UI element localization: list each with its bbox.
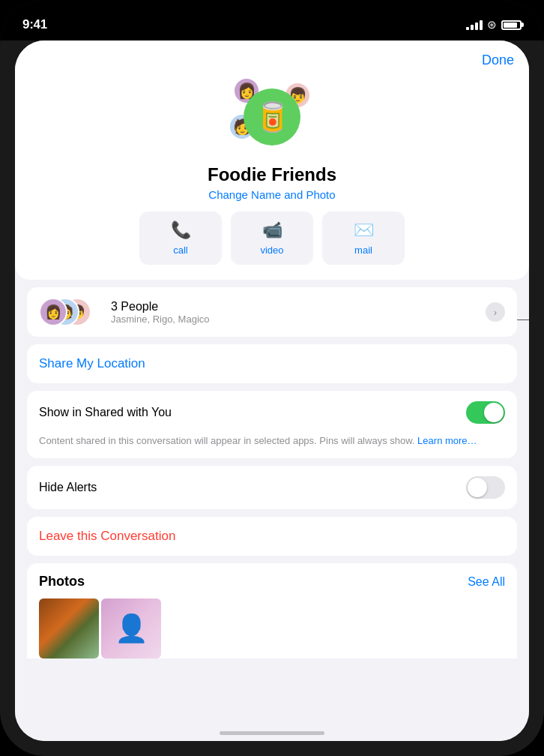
photos-title: Photos xyxy=(39,574,85,590)
content: Done 👩 🧑 👦 xyxy=(15,40,529,741)
call-label: call xyxy=(173,244,188,256)
change-name-button[interactable]: Change Name and Photo xyxy=(208,188,335,201)
top-section: Done 👩 🧑 👦 xyxy=(15,40,529,280)
annotation-container: Tilføj eller fjernpersoner. xyxy=(517,304,529,335)
shared-description: Content shared in this conversation will… xyxy=(27,434,517,458)
chevron-right-icon: › xyxy=(494,307,497,318)
phone-frame: 9:41 ⊛ Done xyxy=(0,0,544,756)
action-buttons-row: 📞 call 📹 video ✉️ mail xyxy=(30,212,514,265)
photo-thumb-2[interactable]: 👤 xyxy=(101,598,161,658)
show-in-shared-row: Show in Shared with You xyxy=(27,391,517,434)
video-button[interactable]: 📹 video xyxy=(231,212,313,265)
people-avatar-1: 👩 xyxy=(39,298,67,326)
call-icon: 📞 xyxy=(171,220,191,240)
photo-thumb-1[interactable] xyxy=(39,598,99,658)
group-avatar-area: 👩 🧑 👦 🥫 Foodie Friends xyxy=(30,76,514,201)
annotation-line xyxy=(517,320,529,320)
people-info: 3 People Jasmine, Rigo, Magico xyxy=(111,300,477,325)
home-indicator xyxy=(220,731,324,735)
leave-conversation-card[interactable]: Leave this Conversation xyxy=(27,517,517,556)
share-location-card[interactable]: Share My Location xyxy=(27,344,517,383)
show-in-shared-label: Show in Shared with You xyxy=(39,406,172,419)
group-name: Foodie Friends xyxy=(208,164,336,185)
avatar-cluster: 👩 🧑 👦 🥫 xyxy=(227,76,317,158)
status-bar: 9:41 ⊛ xyxy=(0,0,544,40)
photos-header: Photos See All xyxy=(39,574,505,590)
call-button[interactable]: 📞 call xyxy=(139,212,222,265)
hide-alerts-row: Hide Alerts xyxy=(27,466,517,509)
mail-button[interactable]: ✉️ mail xyxy=(322,212,405,265)
people-row[interactable]: 👩 🧑 👦 3 People Jasmine, Rigo, Magico › xyxy=(27,287,517,337)
shared-with-you-card: Show in Shared with You Content shared i… xyxy=(27,391,517,458)
group-avatar-main: 🥫 xyxy=(244,88,300,146)
photos-grid: 👤 xyxy=(39,598,505,658)
mail-icon: ✉️ xyxy=(354,220,374,240)
people-section-wrapper: 👩 🧑 👦 3 People Jasmine, Rigo, Magico › xyxy=(15,287,529,337)
status-icons: ⊛ xyxy=(466,18,522,32)
people-avatars: 👩 🧑 👦 xyxy=(39,298,91,326)
mail-label: mail xyxy=(354,244,372,256)
learn-more-link[interactable]: Learn more… xyxy=(417,435,477,446)
video-label: video xyxy=(260,244,283,256)
wifi-icon: ⊛ xyxy=(487,18,497,32)
people-card: 👩 🧑 👦 3 People Jasmine, Rigo, Magico › xyxy=(27,287,517,337)
signal-icon xyxy=(466,20,483,30)
hide-alerts-card: Hide Alerts xyxy=(27,466,517,509)
see-all-link[interactable]: See All xyxy=(468,575,505,589)
photos-section: Photos See All 👤 xyxy=(27,563,517,658)
show-in-shared-toggle[interactable] xyxy=(466,401,505,424)
screen: Done 👩 🧑 👦 xyxy=(15,40,529,741)
leave-conversation-label[interactable]: Leave this Conversation xyxy=(39,529,175,543)
hide-alerts-toggle[interactable] xyxy=(466,476,505,499)
battery-icon xyxy=(501,20,522,30)
people-count: 3 People xyxy=(111,300,477,314)
video-icon: 📹 xyxy=(262,220,282,240)
toggle-thumb xyxy=(484,403,504,422)
hide-alerts-label: Hide Alerts xyxy=(39,481,97,494)
chevron-button[interactable]: › xyxy=(486,302,505,322)
done-btn-row: Done xyxy=(30,52,514,68)
group-emoji: 🥫 xyxy=(255,103,290,131)
status-time: 9:41 xyxy=(22,17,47,32)
hide-alerts-toggle-thumb xyxy=(468,478,487,497)
share-location-label[interactable]: Share My Location xyxy=(39,356,145,370)
done-button[interactable]: Done xyxy=(482,52,514,68)
people-names: Jasmine, Rigo, Magico xyxy=(111,314,477,325)
